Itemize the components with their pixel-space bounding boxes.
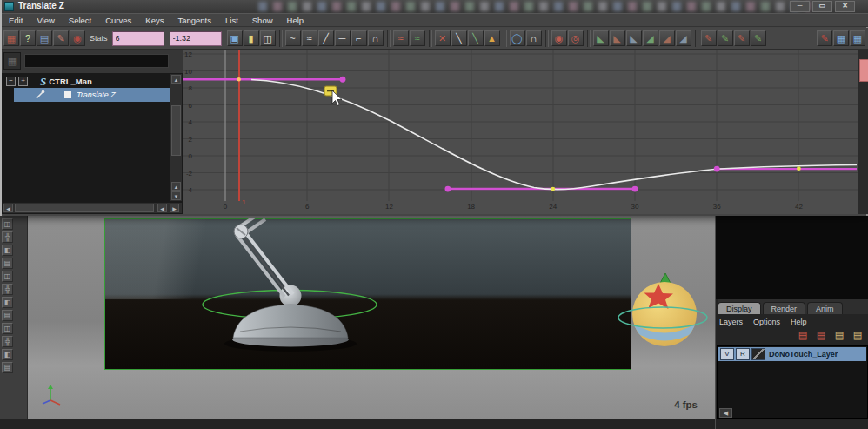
channel-label[interactable]: Translate Z (77, 90, 116, 99)
layout-custom-3-button[interactable]: ◧ (2, 349, 13, 360)
layout-single-pane-button[interactable]: ◫ (2, 218, 13, 230)
buffer-curve-snapshot-icon[interactable]: ≈ (393, 30, 409, 46)
layer-visibility-toggle[interactable]: V (720, 348, 734, 360)
lamp-model[interactable] (158, 218, 454, 369)
collapse-icon[interactable]: − (6, 77, 16, 86)
menu-options[interactable]: Options (753, 318, 780, 326)
layer-name[interactable]: DoNoTouch_Layer (769, 350, 838, 359)
keyframe-dot[interactable] (714, 166, 720, 172)
layer-display-type-toggle[interactable]: R (736, 348, 750, 360)
layout-persp-hypergraph-button[interactable]: ◧ (2, 297, 13, 308)
keyframe-dot[interactable] (340, 77, 346, 83)
pre-infinity-cycle-offset-icon[interactable]: ◣ (610, 30, 625, 46)
scroll-left-icon[interactable]: ◀ (157, 204, 167, 212)
keyframe-dot[interactable] (237, 77, 241, 81)
graph-snapshot-icon[interactable]: ✎ (817, 30, 832, 46)
tab-anim[interactable]: Anim (807, 302, 843, 314)
time-snap-icon[interactable]: ◯ (510, 30, 525, 46)
tree-row-ctrl-man[interactable]: − + S CTRL_Man (2, 75, 170, 88)
flat-tangents-icon[interactable]: ─ (335, 30, 351, 46)
layout-persp-graph-button[interactable]: ▤ (2, 258, 13, 269)
new-empty-layer-icon[interactable]: ▤ (795, 329, 811, 342)
plateau-tangents-icon[interactable]: ∩ (368, 30, 384, 46)
expand-icon[interactable]: + (18, 77, 28, 86)
break-tangents-icon[interactable]: ✕ (435, 30, 451, 46)
unify-tangents-icon[interactable]: ╲ (451, 30, 467, 46)
tab-render[interactable]: Render (763, 302, 806, 314)
menu-keys[interactable]: Keys (138, 16, 170, 25)
quick-select-times-icon[interactable]: ✎ (734, 30, 750, 46)
insert-keys-tool-icon[interactable]: ? (20, 30, 36, 46)
keyframe-dot[interactable] (797, 166, 801, 171)
title-bar[interactable]: Translate Z ─ ▭ ✕ (2, 0, 868, 13)
layout-custom-1-button[interactable]: ◫ (2, 323, 13, 334)
free-tangent-weight-icon[interactable]: ╲ (468, 30, 484, 46)
layout-four-pane-button[interactable]: ╬ (2, 231, 13, 243)
frame-all-icon[interactable]: ▣ (227, 30, 243, 46)
keyframe-dot[interactable] (632, 186, 638, 192)
scroll-thumb[interactable] (171, 105, 181, 156)
menu-list[interactable]: List (218, 16, 245, 25)
tab-display[interactable]: Display (718, 302, 761, 314)
layer-color-swatch[interactable] (751, 348, 765, 360)
dope-sheet-icon[interactable]: ▦ (833, 30, 849, 46)
quick-select-keys-icon[interactable]: ✎ (701, 30, 717, 46)
outliner-horizontal-scrollbar[interactable]: ◀ ◀ ▶ (2, 202, 183, 214)
layout-custom-4-button[interactable]: ▤ (2, 362, 13, 373)
add-keys-tool-icon[interactable]: ▤ (37, 30, 52, 46)
post-infinity-linear-icon[interactable]: ◢ (676, 30, 691, 46)
scroll-thumb[interactable] (15, 204, 154, 212)
menu-layers[interactable]: Layers (719, 318, 743, 326)
maximize-button[interactable]: ▭ (812, 1, 832, 12)
minimize-button[interactable]: ─ (790, 1, 810, 12)
keyframe-dot[interactable] (551, 187, 555, 191)
tree-row-translate-z[interactable]: Translate Z (14, 88, 170, 102)
quick-select-curves-icon[interactable]: ✎ (718, 30, 733, 46)
frame-playback-range-icon[interactable]: ▮ (244, 30, 259, 46)
layout-hypershade-button[interactable]: ◫ (2, 271, 13, 282)
untemplate-channel-icon[interactable]: ◎ (568, 30, 584, 46)
menu-help[interactable]: Help (791, 318, 807, 326)
menu-tangents[interactable]: Tangents (170, 16, 218, 25)
pre-infinity-oscillate-icon[interactable]: ◣ (626, 30, 642, 46)
new-layer-move-up-icon[interactable]: ▤ (831, 329, 847, 342)
menu-edit[interactable]: Edit (2, 16, 30, 25)
layer-scroll-left-button[interactable]: ◀ (719, 408, 732, 418)
clamped-tangents-icon[interactable]: ≈ (302, 30, 317, 46)
post-infinity-cycle-offset-icon[interactable]: ◢ (659, 30, 675, 46)
quick-select-values-icon[interactable]: ✎ (751, 30, 766, 46)
stats-frame-field[interactable] (112, 31, 164, 46)
trax-editor-icon[interactable]: ▦ (850, 30, 865, 46)
linear-tangents-icon[interactable]: ╱ (318, 30, 334, 46)
new-layer-move-down-icon[interactable]: ▤ (850, 329, 865, 342)
lock-tangent-weight-icon[interactable]: ▲ (484, 30, 500, 46)
move-nearest-picked-key-tool-icon[interactable]: ▦ (3, 30, 19, 46)
menu-view[interactable]: View (30, 16, 61, 25)
layout-quad-button[interactable]: ▤ (2, 310, 13, 321)
retime-tool-icon[interactable]: ◉ (70, 30, 85, 46)
spline-tangents-icon[interactable]: ~ (285, 30, 301, 46)
menu-curves[interactable]: Curves (98, 16, 138, 25)
menu-select[interactable]: Select (62, 16, 98, 25)
pre-infinity-cycle-icon[interactable]: ◣ (593, 30, 609, 46)
keyframe-dot[interactable] (445, 186, 451, 192)
graph-vertical-scrollbar[interactable] (858, 50, 868, 214)
template-channel-icon[interactable]: ◉ (551, 30, 567, 46)
swap-buffer-curves-icon[interactable]: ≈ (410, 30, 425, 46)
outliner-filter-field[interactable] (24, 54, 169, 68)
scroll-right-icon[interactable]: ▶ (170, 204, 179, 212)
node-label[interactable]: CTRL_Man (49, 77, 92, 86)
menu-help[interactable]: Help (280, 16, 311, 25)
scroll-up-icon[interactable]: ▲ (171, 75, 181, 84)
panel-menu-icon[interactable]: ▦ (3, 52, 21, 70)
layer-row[interactable]: V R DoNoTouch_Layer (718, 347, 866, 361)
value-snap-icon[interactable]: ∩ (526, 30, 542, 46)
lattice-deform-keys-tool-icon[interactable]: ✎ (53, 30, 69, 46)
menu-show[interactable]: Show (245, 16, 280, 25)
stats-value-field[interactable] (170, 31, 222, 46)
layout-persp-trax-button[interactable]: ╬ (2, 284, 13, 295)
layout-persp-outliner-button[interactable]: ◧ (2, 245, 13, 256)
scroll-left-icon[interactable]: ◀ (3, 204, 13, 212)
center-current-time-icon[interactable]: ◫ (260, 30, 276, 46)
close-button[interactable]: ✕ (835, 1, 855, 12)
